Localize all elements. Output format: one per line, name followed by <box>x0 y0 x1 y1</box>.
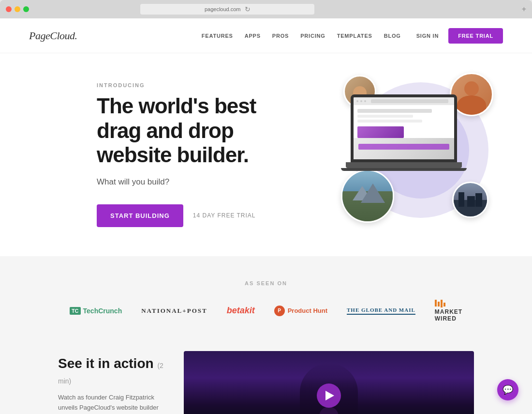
video-text: See it in action (2 min) Watch as founde… <box>58 351 164 414</box>
nav-apps[interactable]: Apps <box>245 33 261 39</box>
nav-pricing[interactable]: Pricing <box>300 33 325 39</box>
ph-text: Product Hunt <box>288 307 327 314</box>
video-section: See it in action (2 min) Watch as founde… <box>29 346 503 414</box>
as-seen-on-label: As Seen On <box>29 280 503 286</box>
laptop-screen-content <box>354 97 454 159</box>
mw-bar-4 <box>443 303 445 307</box>
play-button[interactable] <box>317 383 341 408</box>
browser-dots <box>6 6 29 12</box>
chat-icon: 💬 <box>502 384 513 395</box>
chat-bubble[interactable]: 💬 <box>497 379 518 400</box>
logo-producthunt: P Product Hunt <box>274 306 327 316</box>
page-content: PageCloud. Features Apps Pros Pricing Te… <box>0 18 532 414</box>
hero-introducing-label: Introducing <box>97 82 300 88</box>
logo-betakit: betakit <box>227 306 255 316</box>
mw-bar-1 <box>435 300 437 307</box>
video-description: Watch as founder Craig Fitzpatrick unvei… <box>58 393 164 414</box>
hero-text: Introducing The world's best drag and dr… <box>97 82 300 227</box>
url-text: pagecloud.com <box>205 6 241 12</box>
hero-section: Introducing The world's best drag and dr… <box>0 53 532 256</box>
laptop-mockup <box>351 94 476 182</box>
gray-section: As Seen On TC TechCrunch NATIONAL+POST b… <box>0 256 532 414</box>
hero-trial-text: 14 Day Free Trial <box>193 212 256 219</box>
logo-nationalpost: NATIONAL+POST <box>141 307 207 315</box>
browser-chrome: pagecloud.com ↻ + <box>0 0 532 18</box>
logos-row: TC TechCrunch NATIONAL+POST betakit P Pr… <box>29 300 503 322</box>
nav-blog[interactable]: Blog <box>384 33 401 39</box>
maximize-dot[interactable] <box>23 6 29 12</box>
navigation: PageCloud. Features Apps Pros Pricing Te… <box>0 18 532 53</box>
play-icon <box>325 391 334 400</box>
logo-globe-mail: The Globe and Mail <box>347 307 415 315</box>
mw-bar-2 <box>438 302 440 307</box>
hero-actions: Start Building 14 Day Free Trial <box>97 204 300 227</box>
hero-title: The world's best drag and drop website b… <box>97 94 300 168</box>
laptop-screen-stripe <box>358 144 449 150</box>
nav-templates[interactable]: Templates <box>337 33 372 39</box>
laptop-base <box>346 162 462 168</box>
mw-bar-3 <box>441 300 443 307</box>
nav-links: Features Apps Pros Pricing Templates Blo… <box>202 33 401 39</box>
logo-marketwired: MarketWired <box>435 300 462 322</box>
video-title: See it in action (2 min) <box>58 356 164 387</box>
hero-subtitle: What will you build? <box>97 177 300 187</box>
hero-visual <box>339 68 503 232</box>
address-bar[interactable]: pagecloud.com ↻ <box>140 4 314 15</box>
laptop-foot <box>341 168 467 171</box>
refresh-icon[interactable]: ↻ <box>245 5 251 13</box>
ph-icon: P <box>274 306 285 316</box>
video-player[interactable] <box>184 351 474 414</box>
new-tab-icon[interactable]: + <box>522 5 526 14</box>
laptop-screen <box>351 94 457 162</box>
nav-features[interactable]: Features <box>202 33 233 39</box>
nav-pros[interactable]: Pros <box>272 33 289 39</box>
mw-text: MarketWired <box>435 308 462 322</box>
mw-icon <box>435 300 445 307</box>
hero-start-building-button[interactable]: Start Building <box>97 204 183 227</box>
logo-techcrunch: TC TechCrunch <box>70 307 122 315</box>
close-dot[interactable] <box>6 6 12 12</box>
tc-text: TechCrunch <box>83 307 122 315</box>
hero-photo-4 <box>452 182 488 218</box>
tc-box: TC <box>70 307 81 315</box>
minimize-dot[interactable] <box>15 6 20 12</box>
nav-free-trial-button[interactable]: Free Trial <box>448 28 503 44</box>
logo[interactable]: PageCloud. <box>29 30 77 42</box>
nav-signin[interactable]: Sign In <box>416 33 439 39</box>
